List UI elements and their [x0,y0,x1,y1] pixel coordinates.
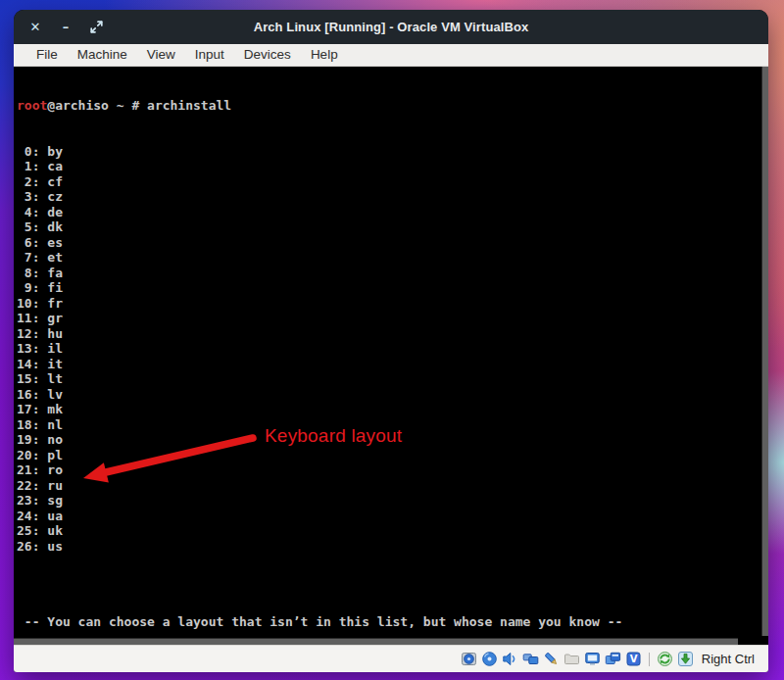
keyboard-capture-icon[interactable] [677,651,694,667]
menu-help[interactable]: Help [301,44,348,66]
layout-entry: 17: mk [17,402,231,417]
layout-entry: 13: il [17,341,231,357]
terminal-messages: -- You can choose a layout that isn’t in… [17,584,746,645]
menu-view[interactable]: View [137,44,185,66]
layout-entry: 20: pl [17,448,231,463]
layout-entry: 11: gr [17,311,231,326]
menu-input[interactable]: Input [185,44,234,66]
network-icon[interactable] [522,651,539,667]
menu-bar: FileMachineViewInputDevicesHelp [14,44,768,67]
layout-entry: 2: cf [17,174,231,190]
layout-entry: 16: lv [17,387,231,403]
minimize-icon: – [63,20,70,35]
layout-entry: 3: cz [17,189,231,205]
vertical-scrollbar[interactable] [761,67,768,636]
annotation-label: Keyboard layout [265,425,402,447]
hard-disk-icon[interactable] [461,651,477,667]
layout-entry: 25: uk [17,523,231,539]
layout-entry: 14: it [17,357,231,372]
title-bar: Arch Linux [Running] - Oracle VM Virtual… [14,10,768,44]
shared-folders-icon[interactable] [564,651,580,667]
terminal-screen[interactable]: root@archiso ~ # archinstall 0: by 1: ca… [14,67,768,645]
layout-entry: 22: ru [17,478,231,494]
recording-icon[interactable] [605,651,621,667]
layout-entry: 0: by [17,144,231,160]
features-icon[interactable]: V [625,651,642,667]
layout-entry: 5: dk [17,219,231,235]
maximize-button[interactable] [88,20,104,35]
window-title: Arch Linux [Running] - Oracle VM Virtual… [14,20,768,34]
optical-disc-icon[interactable] [481,651,498,667]
layout-entry: 1: ca [17,159,231,174]
menu-file[interactable]: File [26,44,68,66]
svg-text:V: V [629,654,637,664]
layout-entry: 6: es [17,235,231,251]
close-button[interactable]: ✕ [27,20,43,35]
keyboard-layout-list: 0: by 1: ca 2: cf 3: cz 4: de 5: dk 6: e… [17,144,231,555]
prompt-command: @archiso ~ # archinstall [47,98,231,113]
prompt-user: root [17,98,47,113]
menu-devices[interactable]: Devices [234,44,301,66]
virtualbox-window: Arch Linux [Running] - Oracle VM Virtual… [14,10,768,672]
minimize-button[interactable]: – [58,20,74,35]
layout-entry: 21: ro [17,462,231,478]
terminal-prompt: root@archiso ~ # archinstall [17,98,231,114]
mouse-integration-icon[interactable] [657,651,673,667]
status-separator [649,653,650,666]
layout-entry: 18: nl [17,417,231,433]
layout-entry: 10: fr [17,296,231,312]
host-key-label: Right Ctrl [702,652,755,666]
horizontal-scrollbar[interactable] [14,638,738,645]
hint-line-1: -- You can choose a layout that isn’t in… [17,614,746,630]
layout-entry: 26: us [17,539,231,555]
layout-entry: 23: sg [17,493,231,509]
layout-entry: 4: de [17,205,231,220]
close-icon: ✕ [30,20,41,35]
audio-icon[interactable] [502,651,518,667]
usb-icon[interactable] [543,651,560,667]
window-controls: ✕ – [14,20,104,35]
layout-entry: 24: ua [17,509,231,524]
layout-entry: 12: hu [17,326,231,342]
menu-machine[interactable]: Machine [68,44,137,66]
terminal-output: root@archiso ~ # archinstall 0: by 1: ca… [17,68,231,584]
layout-entry: 9: fi [17,280,231,296]
layout-entry: 7: et [17,250,231,266]
status-bar: VRight Ctrl [14,645,768,672]
display-icon[interactable] [584,651,601,667]
layout-entry: 15: lt [17,371,231,387]
layout-entry: 8: fa [17,266,231,281]
layout-entry: 19: no [17,432,231,448]
maximize-restore-icon [89,20,104,34]
